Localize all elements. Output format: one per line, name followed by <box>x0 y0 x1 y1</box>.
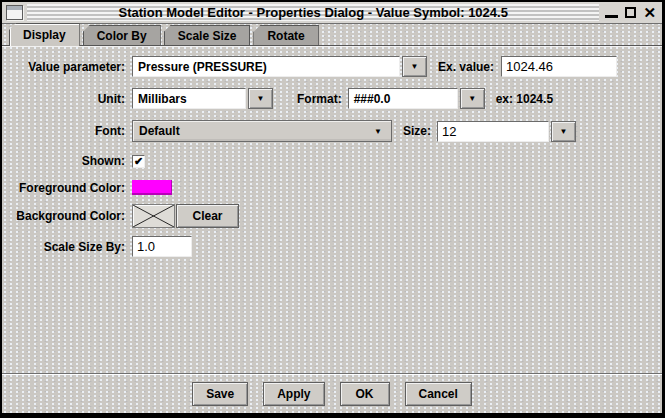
scale-size-by-row: Scale Size By: <box>10 236 654 257</box>
maximize-icon[interactable] <box>625 7 636 18</box>
cancel-button[interactable]: Cancel <box>405 382 472 406</box>
unit-label: Unit: <box>10 92 132 106</box>
background-color-row: Background Color: Clear <box>10 204 654 228</box>
value-parameter-combobox[interactable]: Pressure (PRESSURE) <box>132 56 400 77</box>
shown-label: Shown: <box>10 154 132 168</box>
tab-display[interactable]: Display <box>9 23 80 46</box>
display-tab-panel: Value parameter: Pressure (PRESSURE) ▼ E… <box>2 46 662 373</box>
shown-row: Shown: ✔ <box>10 154 654 168</box>
foreground-color-swatch[interactable] <box>132 180 172 195</box>
tab-scale-size[interactable]: Scale Size <box>164 25 251 46</box>
chevron-down-icon: ▼ <box>374 127 382 136</box>
scale-size-by-label: Scale Size By: <box>10 240 132 254</box>
foreground-color-row: Foreground Color: <box>10 180 654 195</box>
properties-dialog-window: Station Model Editor - Properties Dialog… <box>0 0 665 418</box>
size-label: Size: <box>403 124 431 138</box>
format-label: Format: <box>297 92 342 106</box>
format-example-text: ex: 1024.5 <box>496 92 553 106</box>
tab-bar: Display Color By Scale Size Rotate <box>2 24 662 46</box>
window-title: Station Model Editor - Properties Dialog… <box>119 5 508 20</box>
shown-checkbox[interactable]: ✔ <box>132 155 145 168</box>
titlebar-stripes: Station Model Editor - Properties Dialog… <box>27 4 599 21</box>
background-color-swatch[interactable] <box>132 204 175 228</box>
format-dropdown-button[interactable]: ▼ <box>460 88 485 109</box>
value-parameter-dropdown-button[interactable]: ▼ <box>402 56 427 77</box>
clear-background-button[interactable]: Clear <box>176 204 239 228</box>
close-icon[interactable]: ✕ <box>643 6 656 19</box>
chevron-down-icon: ▼ <box>411 62 419 71</box>
ex-value-input[interactable] <box>501 56 617 77</box>
save-button[interactable]: Save <box>192 382 248 406</box>
font-size-row: Font: Default ▼ Size: ▼ <box>10 120 654 142</box>
titlebar[interactable]: Station Model Editor - Properties Dialog… <box>2 2 662 24</box>
format-combobox[interactable]: ###0.0 <box>348 88 458 109</box>
value-parameter-row: Value parameter: Pressure (PRESSURE) ▼ E… <box>10 56 654 77</box>
chevron-down-icon: ▼ <box>468 94 476 103</box>
ex-value-label: Ex. value: <box>438 60 494 74</box>
check-icon: ✔ <box>134 156 143 167</box>
font-label: Font: <box>10 124 132 138</box>
chevron-down-icon: ▼ <box>257 94 265 103</box>
chevron-down-icon: ▼ <box>560 127 568 136</box>
window-icon[interactable] <box>6 5 23 20</box>
minimize-icon[interactable] <box>605 15 618 18</box>
value-parameter-label: Value parameter: <box>10 60 132 74</box>
foreground-color-label: Foreground Color: <box>10 181 132 195</box>
unit-format-row: Unit: Millibars ▼ Format: ###0.0 ▼ ex: 1… <box>10 88 654 109</box>
size-dropdown-button[interactable]: ▼ <box>551 121 576 142</box>
apply-button[interactable]: Apply <box>263 382 324 406</box>
scale-size-by-input[interactable] <box>132 236 192 257</box>
size-combobox-input[interactable] <box>437 121 549 142</box>
unit-combobox[interactable]: Millibars <box>132 88 246 109</box>
unit-dropdown-button[interactable]: ▼ <box>248 88 273 109</box>
background-color-label: Background Color: <box>10 209 132 223</box>
font-combobox-value: Default <box>139 124 180 138</box>
tab-color-by[interactable]: Color By <box>83 25 161 46</box>
window-controls: ✕ <box>603 6 658 19</box>
button-bar: Save Apply OK Cancel <box>2 373 662 413</box>
font-combobox[interactable]: Default ▼ <box>132 120 392 142</box>
tab-rotate[interactable]: Rotate <box>253 25 318 46</box>
x-cross-icon <box>133 205 174 227</box>
ok-button[interactable]: OK <box>340 382 390 406</box>
